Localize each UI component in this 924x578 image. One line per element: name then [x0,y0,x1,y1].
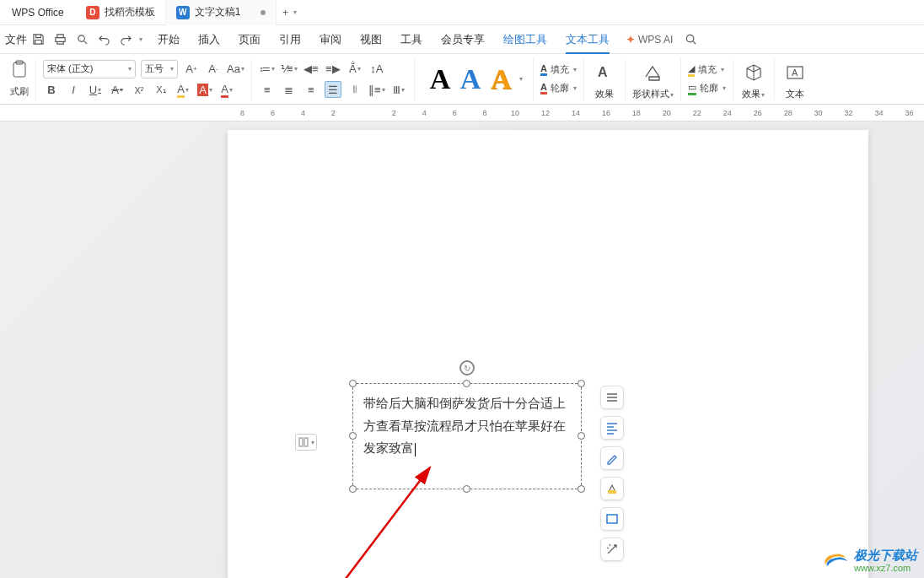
resize-handle-tr[interactable] [578,380,585,387]
menu-vip[interactable]: 会员专享 [441,32,485,47]
rotate-handle[interactable]: ↻ [459,360,475,375]
superscript-button[interactable]: X² [131,82,148,99]
shape-fill-button[interactable]: ◢填充▾ [688,62,724,78]
change-case-button[interactable]: Aa▾ [227,61,244,78]
cube-icon[interactable] [740,58,767,88]
ruler-mark: 28 [773,109,803,117]
highlight-button[interactable]: A▾ [196,82,213,99]
text-style-A1[interactable]: A [425,61,455,98]
menu-file[interactable]: 文件 [5,32,27,47]
chevron-down-icon[interactable]: ▾ [519,75,523,83]
ruler-mark: 2 [319,109,348,117]
align-justify-button[interactable]: ☰ [325,81,341,98]
ruler-mark: 20 [652,109,681,117]
ruler[interactable]: 8 6 4 2 2 4 6 8 10 12 14 16 18 20 22 24 … [0,105,924,122]
float-highlight-button[interactable] [600,477,624,500]
resize-handle-ml[interactable] [349,432,357,440]
tab-document[interactable]: W 文字文稿1 [166,0,277,25]
align-left-button[interactable]: ≡ [259,81,276,98]
shape-style-label[interactable]: 形状样式▾ [632,88,674,100]
menu-insert[interactable]: 插入 [198,32,220,47]
format-painter-label[interactable]: 式刷 [10,85,29,98]
text-style-A2[interactable]: A [455,61,486,98]
menu-tools[interactable]: 工具 [400,32,422,47]
align-center-button[interactable]: ≣ [281,81,298,98]
ai-icon: ✦ [626,34,635,46]
underline-button[interactable]: U▾ [87,82,104,99]
menu-review[interactable]: 审阅 [320,32,341,47]
redo-button[interactable] [116,30,135,49]
menu-page[interactable]: 页面 [239,32,261,47]
preview-button[interactable] [73,30,91,49]
resize-handle-mr[interactable] [578,432,585,440]
bold-button[interactable]: B [43,82,60,99]
page[interactable] [228,130,868,578]
menu-start[interactable]: 开始 [158,32,180,47]
float-brush-button[interactable] [600,446,624,470]
effect-icon[interactable]: A [591,58,618,88]
text-direction-button[interactable]: Ⅲ▾ [390,81,407,98]
chevron-down-icon: ▾ [128,65,132,73]
resize-handle-bl[interactable] [349,485,357,493]
menu-drawing-tools[interactable]: 绘图工具 [503,32,547,47]
distribute-button[interactable]: ⫴ [346,81,363,98]
shrink-font-button[interactable]: A- [205,61,222,78]
undo-button[interactable] [94,30,113,49]
text-outline-button[interactable]: A轮廓▾ [540,80,577,97]
tab-label: 找稻壳模板 [105,5,155,19]
increase-indent-button[interactable]: ≡▶ [325,60,341,77]
resize-handle-bc[interactable] [463,485,470,493]
shape-style-icon[interactable] [639,58,666,88]
line-spacing-button[interactable]: ‖≡▾ [368,81,385,98]
resize-handle-tl[interactable] [349,380,357,387]
shape-outline-button[interactable]: ▭轮廓▾ [688,80,726,97]
char-border-button[interactable]: ↕A [368,60,385,77]
tab-template[interactable]: D 找稻壳模板 [76,0,166,25]
subscript-button[interactable]: X₁ [153,82,169,99]
save-button[interactable] [29,30,47,49]
decrease-indent-button[interactable]: ◀≡ [303,60,320,77]
ribbon: 式刷 宋体 (正文)▾ 五号▾ A+ A- Aa▾ B I U▾ A▾ X² X… [0,54,924,105]
menu-reference[interactable]: 引用 [279,32,301,47]
strikethrough-button[interactable]: A▾ [109,82,126,99]
insert-column-button[interactable]: ▾ [295,434,317,451]
menu-text-tools[interactable]: 文本工具 [566,32,610,54]
align-right-button[interactable]: ≡ [303,81,320,98]
print-button[interactable] [51,30,69,49]
search-button[interactable] [681,30,700,49]
ruler-mark: 2 [379,109,409,117]
new-tab-button[interactable]: + ▾ [277,7,302,19]
float-layout-button[interactable] [600,386,624,409]
paste-icon[interactable] [11,60,28,78]
textbox-selected[interactable]: ↻ 带给后大脑和倒萨发货后十分合适上方查看草按流程昂才只怕在苹果好在发家致富 [352,383,582,489]
bullet-list-button[interactable]: ≔▾ [259,60,276,77]
float-align-button[interactable] [600,416,624,440]
float-border-button[interactable] [600,507,624,531]
font-size-select[interactable]: 五号▾ [141,60,178,78]
font-color-button[interactable]: A▾ [218,82,235,99]
tab-icon-docer: D [86,6,99,19]
menu-view[interactable]: 视图 [360,32,382,47]
italic-button[interactable]: I [65,82,82,99]
grow-font-button[interactable]: A+ [183,61,200,78]
ribbon-text-format: A填充▾ A轮廓▾ [534,58,584,100]
effect2-label[interactable]: 效果▾ [742,88,765,100]
float-magic-button[interactable] [600,537,624,561]
resize-handle-tc[interactable] [463,380,470,387]
number-list-button[interactable]: ⅟≡▾ [281,60,298,77]
watermark-icon [824,549,849,573]
phonetic-button[interactable]: A̐▾ [346,60,363,77]
effect-label[interactable]: 效果 [595,88,614,100]
wps-ai-button[interactable]: ✦ WPS AI [626,34,673,46]
textbox-icon[interactable]: A [782,58,808,88]
chevron-down-icon[interactable]: ▾ [139,35,142,43]
textbox-label[interactable]: 文本 [786,88,804,100]
text-style-A3[interactable]: A [486,61,516,98]
textbox-content[interactable]: 带给后大脑和倒萨发货后十分合适上方查看草按流程昂才只怕在苹果好在发家致富 [353,384,581,468]
document-canvas[interactable]: ▾ ↻ 带给后大脑和倒萨发货后十分合适上方查看草按流程昂才只怕在苹果好在发家致富… [0,122,924,578]
resize-handle-br[interactable] [578,485,585,493]
text-fill-button[interactable]: A填充▾ [540,62,577,78]
clear-format-button[interactable]: A▾ [175,82,191,99]
ribbon-shape-effect: 效果▾ [733,58,775,100]
font-name-select[interactable]: 宋体 (正文)▾ [43,60,136,78]
